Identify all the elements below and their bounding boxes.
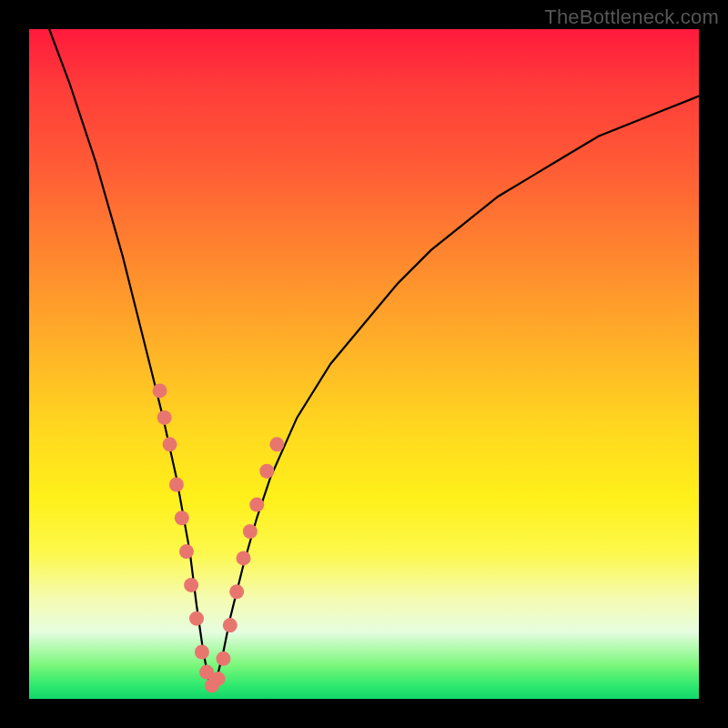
curve-marker-dot: [179, 544, 194, 559]
curve-marker-dot: [269, 437, 284, 451]
curve-marker-dot: [211, 672, 226, 686]
curve-marker-dot: [195, 644, 209, 659]
curve-marker-dot: [175, 511, 189, 525]
bottleneck-curve: [49, 29, 699, 685]
curve-marker-dot: [153, 383, 167, 398]
curve-marker-dot: [243, 524, 258, 539]
curve-marker-dot: [189, 612, 204, 626]
plot-area: [29, 29, 699, 699]
curve-marker-dot: [259, 464, 274, 479]
marker-group: [153, 383, 285, 693]
chart-svg: [29, 29, 699, 699]
curve-marker-dot: [223, 618, 238, 632]
curve-marker-dot: [157, 410, 172, 425]
watermark-text: TheBottleneck.com: [544, 5, 719, 29]
curve-marker-dot: [184, 578, 198, 592]
curve-marker-dot: [229, 584, 244, 599]
chart-frame: TheBottleneck.com: [0, 0, 728, 728]
curve-marker-dot: [249, 498, 264, 512]
curve-marker-dot: [216, 652, 230, 666]
curve-group: [49, 29, 699, 685]
curve-marker-dot: [169, 477, 184, 491]
curve-marker-dot: [237, 551, 251, 565]
curve-marker-dot: [163, 437, 177, 451]
